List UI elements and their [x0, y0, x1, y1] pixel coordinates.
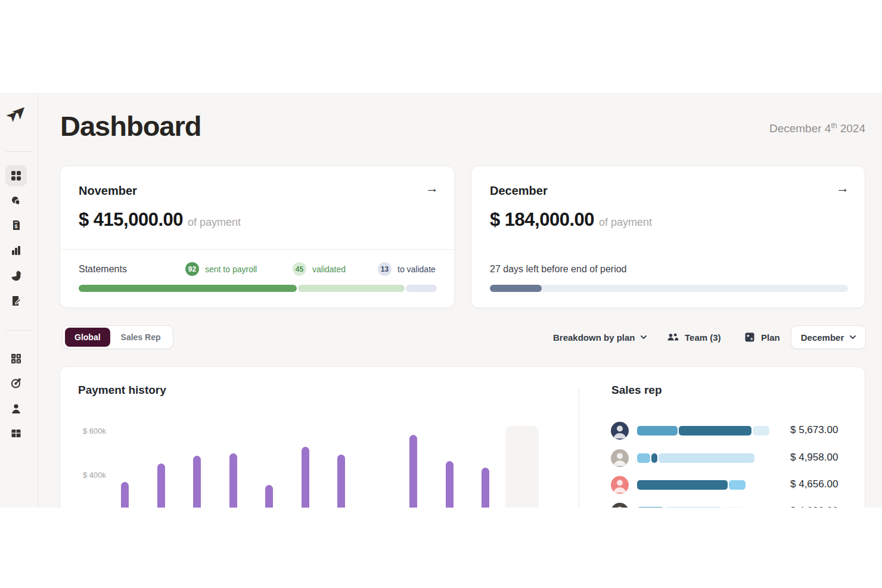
badge-count: 92 — [185, 262, 199, 276]
card-divider — [60, 249, 454, 250]
arrow-right-icon[interactable]: → — [426, 181, 439, 196]
document-edit-icon — [10, 295, 22, 307]
sidebar-item-contracts[interactable] — [5, 290, 27, 312]
scope-toggle: Global Sales Rep — [62, 325, 173, 349]
payment-bar — [409, 435, 417, 508]
badge-count: 45 — [293, 262, 306, 276]
sales-rep-row: $ 4,656.00 — [611, 476, 861, 494]
sales-bar-segment — [637, 507, 664, 508]
sales-rep-row: $ 4,958.00 — [611, 449, 861, 467]
page-title: Dashboard — [60, 110, 201, 142]
sales-bar-segment — [723, 507, 744, 508]
pie-chart-icon — [10, 270, 22, 282]
app-logo: ➤➤ — [6, 102, 29, 125]
sales-bar-segment — [729, 480, 746, 490]
badge-label: to validate — [397, 265, 436, 274]
month-selector-value: December — [801, 332, 844, 343]
y-axis-tick: $ 600k — [83, 427, 106, 435]
current-date: December 4th 2024 — [769, 122, 865, 135]
y-axis-tick: $ 400k — [83, 471, 106, 480]
statement-badge-group: 92sent to payroll — [185, 262, 257, 276]
table-icon — [10, 427, 22, 439]
chevron-down-icon — [850, 335, 856, 339]
december-summary-card: December → $ 184,000.00of payment 27 day… — [471, 166, 865, 308]
team-label: Team (3) — [685, 332, 721, 343]
plan-filter[interactable]: x Plan — [744, 325, 780, 349]
team-filter[interactable]: Team (3) — [666, 325, 721, 349]
sales-bar-segment — [651, 453, 657, 463]
sidebar-item-analytics[interactable] — [5, 265, 27, 287]
avatar — [611, 503, 629, 508]
sales-stacked-bar — [637, 426, 769, 435]
payment-bar — [265, 485, 273, 508]
sidebar-divider-top — [6, 151, 32, 152]
plan-label: Plan — [761, 332, 780, 343]
sidebar-item-reports[interactable] — [5, 239, 27, 261]
chevron-down-icon — [641, 335, 647, 339]
sidebar-item-messages[interactable] — [5, 190, 27, 211]
payment-bar — [482, 468, 489, 508]
svg-text:×: × — [13, 359, 15, 363]
sidebar-item-dashboard[interactable] — [5, 165, 27, 186]
sales-rep-amount: $ 4,958.00 — [790, 452, 838, 463]
payment-amount: $ 184,000.00 — [490, 209, 594, 230]
chart-title: Payment history — [78, 384, 166, 397]
payment-amount-suffix: of payment — [599, 216, 652, 228]
toggle-option-global[interactable]: Global — [65, 328, 110, 347]
avatar — [611, 476, 629, 494]
month-selector-dropdown[interactable]: December — [791, 325, 866, 349]
chat-icon — [10, 195, 22, 207]
sales-bar-segment — [753, 426, 769, 435]
payment-bar — [446, 461, 454, 508]
payment-bar — [302, 447, 309, 508]
sidebar-divider-bottom — [6, 330, 32, 331]
payment-bar — [157, 463, 165, 508]
sales-stacked-bar — [637, 453, 754, 463]
sidebar-item-objectives[interactable] — [5, 372, 27, 394]
period-progress-fill — [490, 285, 542, 292]
payment-bar — [229, 453, 237, 508]
calculator-icon: × — [10, 353, 22, 365]
statements-progress-bar — [79, 285, 437, 292]
sales-bar-segment — [665, 507, 722, 508]
statement-badge-group: 45validated — [293, 262, 346, 276]
month-title: December — [490, 184, 548, 198]
progress-segment — [79, 285, 297, 292]
team-icon — [666, 331, 679, 343]
sales-bar-segment — [637, 480, 728, 490]
sales-rep-amount: $ 4,000.00 — [790, 505, 838, 508]
badge-count: 13 — [378, 262, 392, 276]
bar-chart-icon — [10, 244, 22, 256]
badge-label: validated — [312, 265, 346, 274]
sales-stacked-bar — [637, 507, 744, 508]
sales-bar-segment — [679, 426, 751, 435]
user-icon — [10, 403, 22, 415]
svg-text:$: $ — [14, 223, 17, 229]
sales-bar-segment — [637, 426, 678, 435]
payment-amount: $ 415,000.00 — [79, 209, 183, 230]
toggle-option-sales-rep[interactable]: Sales Rep — [111, 328, 170, 347]
sales-stacked-bar — [637, 480, 746, 490]
arrow-right-icon[interactable]: → — [836, 181, 849, 196]
avatar — [611, 449, 629, 467]
sales-rep-row: $ 5,673.00 — [611, 422, 861, 440]
sidebar-item-tables[interactable] — [5, 422, 27, 444]
avatar — [611, 422, 629, 440]
sales-rep-title: Sales rep — [611, 384, 662, 397]
breakdown-by-plan-dropdown[interactable]: Breakdown by plan — [553, 325, 647, 349]
sidebar: ➤➤ $ — [0, 93, 38, 508]
app-window: ➤➤ $ — [0, 93, 882, 508]
payment-bar — [337, 455, 345, 508]
sales-bar-segment — [637, 453, 650, 463]
payment-bar — [193, 456, 201, 508]
sidebar-item-simulations[interactable]: × — [5, 348, 27, 369]
payment-history-card: Payment history $ 600k $ 400k Sales rep … — [60, 366, 865, 508]
target-icon — [10, 377, 22, 389]
badge-label: sent to payroll — [205, 265, 257, 274]
grid-icon — [10, 170, 22, 182]
period-progress-bar — [490, 285, 848, 292]
sidebar-item-statements[interactable]: $ — [5, 214, 27, 236]
sidebar-item-profile[interactable] — [5, 398, 27, 419]
current-month-highlight — [505, 426, 539, 508]
invoice-icon: $ — [10, 219, 22, 231]
